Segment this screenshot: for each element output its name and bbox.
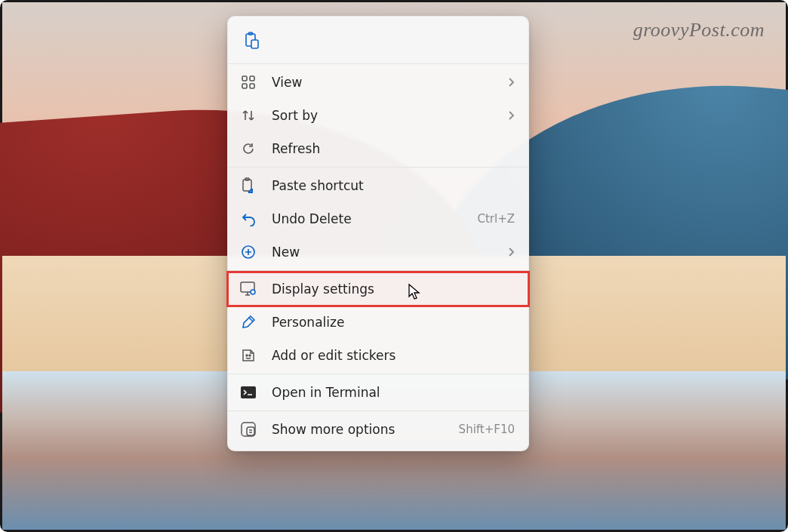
svg-rect-14 [241, 386, 256, 398]
menu-item-paste-shortcut[interactable]: Paste shortcut [228, 169, 528, 202]
menu-item-label: Personalize [272, 315, 515, 330]
menu-item-open-terminal[interactable]: Open in Terminal [228, 376, 528, 409]
watermark-text: groovyPost.com [633, 19, 765, 42]
menu-item-undo-delete[interactable]: Undo Delete Ctrl+Z [228, 202, 528, 235]
menu-separator [228, 270, 528, 271]
clipboard-paste-icon [244, 32, 260, 50]
menu-item-shortcut: Shift+F10 [459, 423, 515, 436]
desktop-context-menu: View Sort by Refresh [227, 16, 529, 451]
display-settings-icon [239, 279, 258, 299]
menu-item-stickers[interactable]: Add or edit stickers [228, 339, 528, 372]
paintbrush-icon [239, 312, 258, 332]
sort-icon [239, 106, 258, 125]
svg-point-13 [249, 355, 251, 356]
new-plus-icon [239, 242, 258, 262]
menu-separator [228, 374, 528, 374]
chevron-right-icon [507, 247, 515, 257]
menu-item-display-settings[interactable]: Display settings [228, 272, 528, 306]
menu-item-personalize[interactable]: Personalize [228, 306, 528, 339]
svg-rect-4 [250, 76, 254, 81]
menu-item-label: Open in Terminal [272, 385, 515, 400]
menu-item-label: View [272, 75, 498, 90]
menu-item-label: Refresh [272, 141, 515, 156]
menu-item-label: Paste shortcut [272, 178, 515, 193]
svg-rect-16 [247, 427, 254, 435]
svg-rect-3 [242, 76, 247, 81]
chevron-right-icon [507, 77, 515, 88]
svg-rect-2 [251, 40, 258, 48]
svg-rect-5 [242, 84, 247, 88]
terminal-icon [239, 383, 258, 402]
chevron-right-icon [507, 110, 515, 121]
undo-icon [239, 209, 258, 229]
menu-separator [228, 167, 528, 168]
context-menu-toolbar [228, 21, 528, 62]
menu-item-show-more[interactable]: Show more options Shift+F10 [228, 413, 528, 446]
menu-item-label: Sort by [272, 108, 498, 123]
desktop-wallpaper[interactable]: groovyPost.com View [0, 0, 788, 532]
menu-item-label: Add or edit stickers [272, 348, 515, 363]
menu-item-label: Display settings [272, 281, 515, 297]
menu-separator [228, 411, 528, 411]
menu-separator [228, 63, 528, 64]
menu-item-shortcut: Ctrl+Z [477, 212, 515, 226]
svg-rect-6 [250, 84, 254, 88]
menu-item-new[interactable]: New [228, 235, 528, 269]
menu-item-label: Undo Delete [272, 211, 468, 226]
grid-icon [239, 72, 258, 92]
sticker-icon [239, 346, 258, 365]
more-options-icon [239, 420, 258, 439]
paste-toolbar-button[interactable] [239, 27, 266, 54]
svg-point-12 [246, 355, 248, 356]
refresh-icon [239, 139, 258, 158]
paste-shortcut-icon [239, 176, 258, 195]
menu-item-label: New [272, 244, 498, 260]
menu-item-refresh[interactable]: Refresh [228, 132, 528, 165]
menu-item-label: Show more options [272, 422, 450, 437]
menu-item-sortby[interactable]: Sort by [228, 99, 528, 132]
svg-rect-7 [243, 180, 251, 191]
menu-item-view[interactable]: View [228, 66, 528, 99]
